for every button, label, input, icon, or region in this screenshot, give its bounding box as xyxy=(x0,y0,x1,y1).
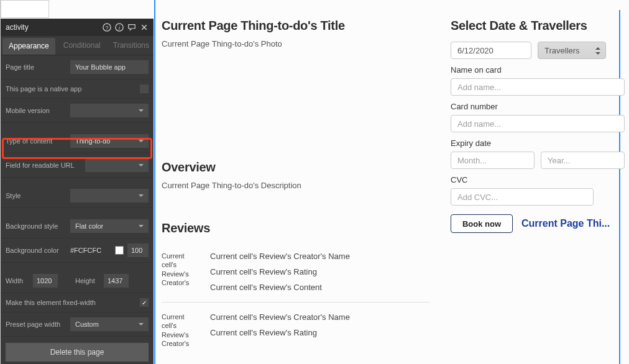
tab-conditional[interactable]: Conditional xyxy=(57,36,107,55)
comment-icon[interactable] xyxy=(127,23,136,32)
inspector-title: activity xyxy=(6,23,103,32)
mobile-version-label: Mobile version xyxy=(6,107,65,114)
review-rating: Current cell's Review's Rating xyxy=(210,328,429,337)
property-inspector: activity ? i Appearance Conditional Tran… xyxy=(1,19,154,364)
review-content: Current cell's Review's Content xyxy=(210,283,429,292)
review-avatar-label: Current cell's Review's Creator's xyxy=(162,312,198,348)
delete-page-button[interactable]: Delete this page xyxy=(6,343,149,362)
inspector-header[interactable]: activity ? i xyxy=(1,19,154,36)
expiry-month-input[interactable] xyxy=(451,152,535,169)
inspector-rows: Page title This page is a native app Mob… xyxy=(1,55,154,364)
reviews-heading: Reviews xyxy=(162,221,429,235)
overview-heading: Overview xyxy=(162,160,429,175)
bg-color-label: Background color xyxy=(6,247,65,254)
style-select[interactable] xyxy=(70,189,149,202)
review-creator-name: Current cell's Review's Creator's Name xyxy=(210,312,429,322)
overview-text: Current Page Thing-to-do's Description xyxy=(162,181,429,190)
width-input[interactable] xyxy=(33,274,58,288)
type-content-select[interactable]: Thing-to-do xyxy=(70,134,149,148)
card-number-label: Card number xyxy=(451,102,625,111)
name-on-card-input[interactable] xyxy=(451,78,625,96)
height-label: Height xyxy=(75,277,99,284)
svg-text:i: i xyxy=(119,25,121,31)
expiry-label: Expiry date xyxy=(451,139,625,148)
preset-width-label: Preset page width xyxy=(6,321,65,328)
height-input[interactable] xyxy=(104,274,129,288)
preset-width-select[interactable]: Custom xyxy=(70,317,149,331)
tab-appearance[interactable]: Appearance xyxy=(2,38,55,55)
mobile-version-select[interactable] xyxy=(70,104,149,117)
bg-color-swatch[interactable] xyxy=(115,246,124,255)
inspector-tabs: Appearance Conditional Transitions xyxy=(1,36,154,55)
page-title-label: Page title xyxy=(6,63,65,71)
review-item: Current cell's Review's Creator's Curren… xyxy=(162,242,429,303)
name-on-card-label: Name on card xyxy=(451,65,625,75)
page-title-input[interactable] xyxy=(70,60,149,74)
type-content-label: Type of content xyxy=(6,137,65,145)
editor-canvas-corner xyxy=(1,0,49,18)
native-app-checkbox[interactable] xyxy=(140,84,149,93)
fixed-width-label: Make this element fixed-width xyxy=(6,299,135,306)
review-creator-name: Current cell's Review's Creator's Name xyxy=(210,252,429,261)
width-label: Width xyxy=(6,277,28,284)
photo-caption: Current Page Thing-to-do's Photo xyxy=(162,39,429,48)
booking-date-input[interactable] xyxy=(451,42,531,59)
page-canvas: Current Page Thing-to-do's Title Current… xyxy=(155,0,629,364)
booking-summary-title: Current Page Thi... xyxy=(521,218,625,229)
readable-url-label: Field for readable URL xyxy=(6,162,80,169)
style-label: Style xyxy=(6,192,65,199)
close-icon[interactable] xyxy=(140,23,149,32)
bg-style-label: Background style xyxy=(6,222,65,230)
card-number-input[interactable] xyxy=(451,115,625,132)
expiry-year-input[interactable] xyxy=(541,152,625,169)
fixed-width-checkbox[interactable]: ✓ xyxy=(140,298,149,307)
bg-style-select[interactable]: Flat color xyxy=(70,219,149,233)
help-icon[interactable]: ? xyxy=(103,23,111,32)
book-now-button[interactable]: Book now xyxy=(451,214,513,233)
page-title: Current Page Thing-to-do's Title xyxy=(162,19,429,33)
readable-url-select[interactable] xyxy=(85,158,149,172)
bg-color-hex[interactable]: #FCFCFC xyxy=(70,247,111,254)
cvc-label: CVC xyxy=(451,175,625,184)
review-item: Current cell's Review's Creator's Curren… xyxy=(162,303,429,358)
bg-color-alpha[interactable] xyxy=(127,243,149,257)
cvc-input[interactable] xyxy=(451,188,594,206)
travellers-select[interactable]: Travellers xyxy=(538,42,606,59)
info-icon[interactable]: i xyxy=(115,23,124,32)
review-avatar-label: Current cell's Review's Creator's xyxy=(162,252,198,292)
booking-panel: Select Date & Travellers Travellers Name… xyxy=(451,19,625,358)
native-app-label: This page is a native app xyxy=(6,85,135,93)
svg-text:?: ? xyxy=(106,25,109,31)
booking-heading: Select Date & Travellers xyxy=(451,19,625,33)
tab-transitions[interactable]: Transitions xyxy=(107,36,154,55)
review-rating: Current cell's Review's Rating xyxy=(210,267,429,276)
